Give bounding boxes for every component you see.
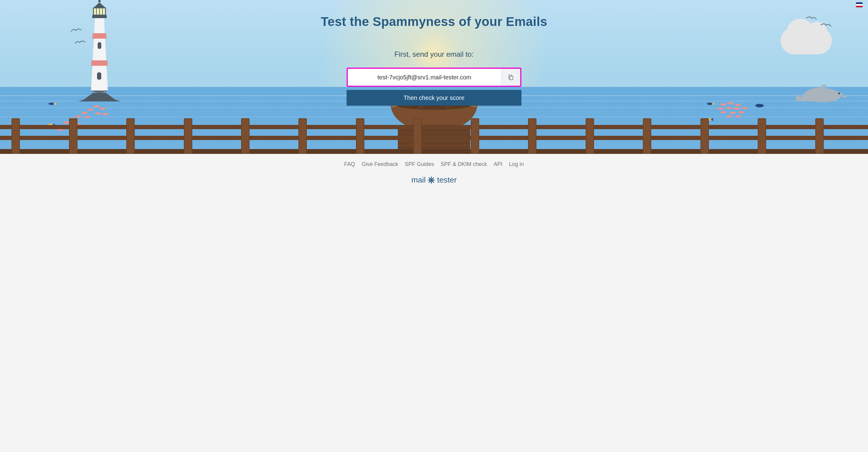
footer-link-spf-guides[interactable]: SPF Guides: [405, 161, 434, 167]
footer-logo: mail tester: [0, 175, 868, 185]
language-selector[interactable]: [856, 2, 863, 7]
footer-link-spf-dkim[interactable]: SPF & DKIM check: [441, 161, 487, 167]
svg-marker-12: [93, 2, 105, 8]
check-score-button[interactable]: Then check your score: [347, 90, 521, 106]
page-title: Test the Spammyness of your Emails: [319, 15, 549, 29]
svg-marker-3: [92, 33, 107, 38]
bird-icon: [806, 16, 817, 21]
svg-rect-44: [510, 76, 513, 80]
footer-link-feedback[interactable]: Give Feedback: [362, 161, 398, 167]
svg-point-50: [431, 179, 432, 181]
copy-email-button[interactable]: [501, 69, 520, 86]
hero-section: Test the Spammyness of your Emails First…: [0, 0, 868, 154]
footer-link-login[interactable]: Log in: [509, 161, 524, 167]
cloud-illustration: [781, 27, 832, 54]
bird-icon: [820, 23, 831, 28]
svg-marker-2: [91, 18, 108, 90]
email-address-row: test-7vcjo5jft@srv1.mail-tester.com: [347, 67, 521, 87]
svg-marker-4: [91, 60, 108, 66]
main-content: Test the Spammyness of your Emails First…: [319, 0, 549, 106]
footer: FAQ Give Feedback SPF Guides SPF & DKIM …: [0, 154, 868, 197]
bird-icon: [75, 40, 86, 45]
logo-text-right: tester: [437, 175, 457, 185]
svg-point-13: [98, 0, 101, 2]
generated-email-address[interactable]: test-7vcjo5jft@srv1.mail-tester.com: [348, 69, 501, 86]
svg-point-14: [838, 93, 840, 94]
svg-rect-8: [93, 8, 105, 15]
instruction-text: First, send your email to:: [319, 50, 549, 59]
footer-link-api[interactable]: API: [494, 161, 502, 167]
copy-icon: [508, 74, 514, 81]
dock-illustration: [0, 115, 868, 154]
logo-text-left: mail: [411, 175, 426, 185]
svg-rect-6: [97, 73, 101, 80]
footer-link-faq[interactable]: FAQ: [344, 161, 355, 167]
dolphin-illustration: [796, 82, 850, 106]
svg-rect-5: [98, 42, 101, 49]
footer-links: FAQ Give Feedback SPF Guides SPF & DKIM …: [0, 161, 868, 167]
ship-wheel-icon: [427, 176, 435, 184]
svg-rect-7: [92, 15, 107, 18]
bird-icon: [71, 28, 82, 33]
